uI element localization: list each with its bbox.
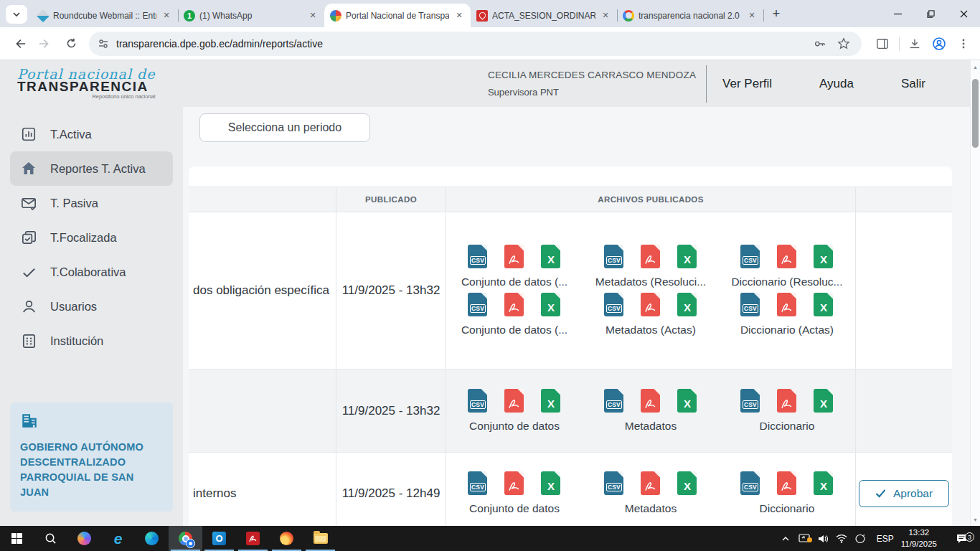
tab-close-icon[interactable]: ✕: [746, 10, 758, 22]
minimize-button[interactable]: [881, 0, 914, 27]
sidebar-item-reportes-t-activa[interactable]: Reportes T. Activa: [10, 151, 173, 186]
csv-file-icon[interactable]: CSV: [740, 245, 760, 268]
xls-file-icon[interactable]: X: [541, 389, 560, 413]
firefox-icon[interactable]: [270, 526, 303, 551]
xls-file-icon[interactable]: X: [677, 293, 697, 316]
page-scrollbar[interactable]: ▲ ▼: [970, 60, 980, 526]
pdf-file-icon[interactable]: [504, 471, 524, 495]
language-indicator[interactable]: ESP: [877, 534, 894, 544]
csv-file-icon[interactable]: CSV: [468, 245, 487, 268]
search-taskbar-icon[interactable]: [34, 526, 67, 551]
pdf-file-icon[interactable]: [641, 293, 660, 316]
pdf-file-icon[interactable]: [504, 245, 524, 268]
browser-tab[interactable]: Roundcube Webmail :: Entra✕: [32, 4, 178, 27]
approve-button[interactable]: Aprobar: [859, 480, 949, 507]
logout-link[interactable]: Salir: [901, 77, 925, 91]
csv-file-icon[interactable]: CSV: [468, 389, 487, 413]
pdf-file-icon[interactable]: [777, 389, 796, 413]
downloads-icon[interactable]: [905, 34, 924, 53]
sidebar-item-usuarios[interactable]: Usuarios: [10, 289, 173, 324]
pdf-file-icon[interactable]: [777, 245, 796, 268]
tray-expand-icon[interactable]: [776, 534, 795, 543]
sidebar-item-t-colaborativa[interactable]: T.Colaborativa: [10, 255, 173, 289]
clock[interactable]: 13:32 11/9/2025: [901, 527, 937, 550]
back-button[interactable]: [7, 32, 32, 56]
browser-tab[interactable]: ACTA_SESION_ORDINARIA.p✕: [471, 4, 617, 27]
tab-close-icon[interactable]: ✕: [600, 10, 611, 22]
csv-file-icon[interactable]: CSV: [740, 471, 760, 495]
meet-now-icon[interactable]: [851, 534, 870, 544]
file-explorer-icon[interactable]: [303, 526, 337, 551]
csv-file-icon[interactable]: CSV: [740, 293, 760, 316]
xls-file-icon[interactable]: X: [541, 471, 560, 495]
side-panel-icon[interactable]: [873, 34, 892, 53]
csv-file-icon[interactable]: CSV: [604, 471, 623, 495]
site-settings-icon[interactable]: [98, 38, 109, 50]
browser-menu-icon[interactable]: [954, 34, 973, 53]
tab-search-button[interactable]: [6, 5, 27, 24]
help-link[interactable]: Ayuda: [819, 77, 854, 91]
xls-file-icon[interactable]: X: [541, 245, 560, 268]
pdf-file-icon[interactable]: [504, 389, 524, 413]
pdf-file-icon[interactable]: [641, 471, 660, 495]
reload-button[interactable]: [59, 32, 83, 56]
xls-file-icon[interactable]: X: [677, 471, 697, 495]
edge-icon[interactable]: [135, 526, 169, 551]
csv-file-icon[interactable]: CSV: [468, 293, 487, 316]
pdf-file-icon[interactable]: [777, 471, 796, 495]
csv-file-icon[interactable]: CSV: [604, 293, 623, 316]
screen-share-icon[interactable]: [795, 534, 814, 544]
pdf-file-icon[interactable]: [641, 245, 660, 268]
wifi-icon[interactable]: [832, 534, 851, 543]
browser-tab[interactable]: transparencia nacional 2.0 -✕: [617, 4, 763, 27]
xls-file-icon[interactable]: X: [814, 293, 833, 316]
forward-button[interactable]: [33, 32, 57, 56]
scrollbar-thumb[interactable]: [972, 79, 979, 148]
csv-file-icon[interactable]: CSV: [604, 245, 623, 268]
sidebar-item-instituci-n[interactable]: Institución: [10, 324, 173, 358]
pdf-file-icon[interactable]: [641, 389, 660, 413]
chrome-icon[interactable]: ☻: [169, 526, 202, 551]
profile-icon[interactable]: [930, 34, 948, 53]
folded-corner: [617, 293, 623, 299]
csv-file-icon[interactable]: CSV: [468, 471, 487, 495]
csv-file-icon[interactable]: CSV: [604, 389, 623, 413]
password-key-icon[interactable]: [810, 34, 829, 53]
sidebar-item-t-focalizada[interactable]: T.Focalizada: [10, 220, 173, 255]
tab-close-icon[interactable]: ✕: [307, 10, 319, 22]
file-group-label: Conjunto de datos (...: [461, 276, 567, 288]
volume-icon[interactable]: [814, 534, 832, 544]
xls-file-icon[interactable]: X: [677, 389, 697, 413]
scroll-up-arrow[interactable]: ▲: [971, 62, 980, 72]
browser-tab[interactable]: Portal Nacional de Transpare✕: [324, 4, 471, 27]
address-bar[interactable]: transparencia.dpe.gob.ec/admin/reports/a…: [89, 32, 862, 56]
browser-tab[interactable]: 1(1) WhatsApp✕: [178, 4, 324, 27]
start-button[interactable]: [0, 526, 34, 551]
notification-center-icon[interactable]: 3: [947, 533, 976, 544]
pdf-file-icon[interactable]: [504, 293, 524, 316]
maximize-button[interactable]: [914, 0, 947, 27]
xls-file-icon[interactable]: X: [677, 245, 697, 268]
csv-file-icon[interactable]: CSV: [740, 389, 760, 413]
bookmark-star-icon[interactable]: [834, 34, 853, 53]
xls-file-icon[interactable]: X: [814, 389, 833, 413]
url-text[interactable]: transparencia.dpe.gob.ec/admin/reports/a…: [116, 38, 804, 50]
sidebar-item-t-pasiva[interactable]: T. Pasiva: [10, 186, 173, 220]
close-window-button[interactable]: [947, 0, 980, 27]
outlook-icon[interactable]: O: [202, 526, 236, 551]
sidebar-item-t-activa[interactable]: T.Activa: [10, 117, 173, 151]
xls-file-icon[interactable]: X: [814, 471, 833, 495]
new-tab-button[interactable]: +: [766, 4, 786, 24]
pdf-file-icon[interactable]: [777, 293, 796, 316]
copilot-icon[interactable]: [67, 526, 101, 551]
xls-file-icon[interactable]: X: [814, 245, 833, 268]
period-selector[interactable]: Selecciona un periodo: [199, 113, 370, 142]
scroll-down-arrow[interactable]: ▼: [971, 514, 980, 524]
acrobat-icon[interactable]: [236, 526, 270, 551]
tab-close-icon[interactable]: ✕: [161, 10, 172, 22]
institution-card[interactable]: GOBIERNO AUTÓNOMO DESCENTRALIZADO PARROQ…: [10, 402, 173, 512]
tab-close-icon[interactable]: ✕: [453, 10, 465, 22]
xls-file-icon[interactable]: X: [541, 293, 560, 316]
profile-link[interactable]: Ver Perfil: [722, 77, 772, 91]
internet-explorer-icon[interactable]: e: [101, 526, 135, 551]
